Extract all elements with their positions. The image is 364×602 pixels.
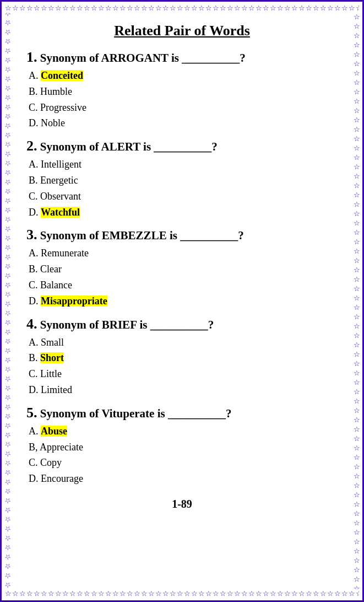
option-5b: B, Appreciate [29, 439, 338, 455]
option-5c: C. Copy [29, 455, 338, 471]
option-5a-text: Abuse [41, 426, 67, 437]
question-1-options: A. Conceited B. Humble C. Progressive D.… [29, 68, 338, 131]
option-3d: D. Misappropriate [29, 293, 338, 309]
question-3-text: 3. Synonym of EMBEZZLE is __________? [26, 227, 338, 243]
option-5d: D. Encourage [29, 471, 338, 487]
page-title: Related Pair of Words [26, 23, 338, 39]
option-4a: A. Small [29, 335, 338, 351]
question-4-body: Synonym of BRIEF is __________? [40, 318, 214, 331]
question-5-options: A. Abuse B, Appreciate C. Copy D. Encour… [29, 423, 338, 487]
option-1a: A. Conceited [29, 68, 338, 84]
stars-bottom-border: ☆☆☆☆☆☆☆☆☆☆☆☆☆☆☆☆☆☆☆☆☆☆☆☆☆☆☆☆☆☆☆☆☆☆☆☆☆☆☆☆… [5, 589, 359, 599]
option-4c: C. Little [29, 366, 338, 382]
option-1a-text: Conceited [41, 70, 83, 81]
option-1d: D. Noble [29, 115, 338, 131]
option-5a: A. Abuse [29, 423, 338, 439]
option-2a: A. Intelligent [29, 157, 338, 173]
option-1b: B. Humble [29, 84, 338, 100]
question-5-number: 5. [26, 405, 37, 421]
option-3b: B. Clear [29, 261, 338, 277]
main-content: Related Pair of Words 1. Synonym of ARRO… [7, 7, 357, 522]
question-4-text: 4. Synonym of BRIEF is __________? [26, 316, 338, 332]
option-4d: D. Limited [29, 382, 338, 398]
option-3c: C. Balance [29, 277, 338, 293]
question-3-body: Synonym of EMBEZZLE is __________? [40, 229, 244, 242]
option-4b-text: Short [40, 352, 64, 363]
question-5-text: 5. Synonym of Vituperate is __________? [26, 405, 338, 421]
question-1-body: Synonym of ARROGANT is __________? [40, 51, 246, 64]
question-2-body: Synonym of ALERT is __________? [40, 140, 218, 153]
page-footer: 1-89 [26, 498, 338, 510]
question-5: 5. Synonym of Vituperate is __________? … [26, 405, 338, 487]
question-2-text: 2. Synonym of ALERT is __________? [26, 138, 338, 154]
question-4-options: A. Small B. Short C. Little D. Limited [29, 335, 338, 398]
question-2: 2. Synonym of ALERT is __________? A. In… [26, 138, 338, 220]
option-4b: B. Short [29, 350, 338, 366]
question-3-number: 3. [26, 227, 37, 243]
question-2-number: 2. [26, 138, 37, 154]
question-1-text: 1. Synonym of ARROGANT is __________? [26, 49, 338, 66]
option-2b: B. Energetic [29, 173, 338, 189]
option-1c: C. Progressive [29, 100, 338, 116]
option-2c: C. Observant [29, 189, 338, 205]
option-3a: A. Remunerate [29, 245, 338, 261]
question-2-options: A. Intelligent B. Energetic C. Observant… [29, 157, 338, 220]
question-3: 3. Synonym of EMBEZZLE is __________? A.… [26, 227, 338, 309]
option-3d-text: Misappropriate [41, 295, 107, 307]
option-2d: D. Watchful [29, 205, 338, 221]
question-4-number: 4. [26, 316, 37, 332]
question-1-number: 1. [26, 49, 37, 65]
question-1: 1. Synonym of ARROGANT is __________? A.… [26, 49, 338, 131]
question-3-options: A. Remunerate B. Clear C. Balance D. Mis… [29, 245, 338, 309]
page-container: ☆☆☆☆☆☆☆☆☆☆☆☆☆☆☆☆☆☆☆☆☆☆☆☆☆☆☆☆☆☆☆☆☆☆☆☆☆☆☆☆… [0, 0, 364, 602]
option-2d-text: Watchful [41, 207, 80, 218]
question-5-body: Synonym of Vituperate is __________? [40, 407, 232, 420]
question-4: 4. Synonym of BRIEF is __________? A. Sm… [26, 316, 338, 398]
